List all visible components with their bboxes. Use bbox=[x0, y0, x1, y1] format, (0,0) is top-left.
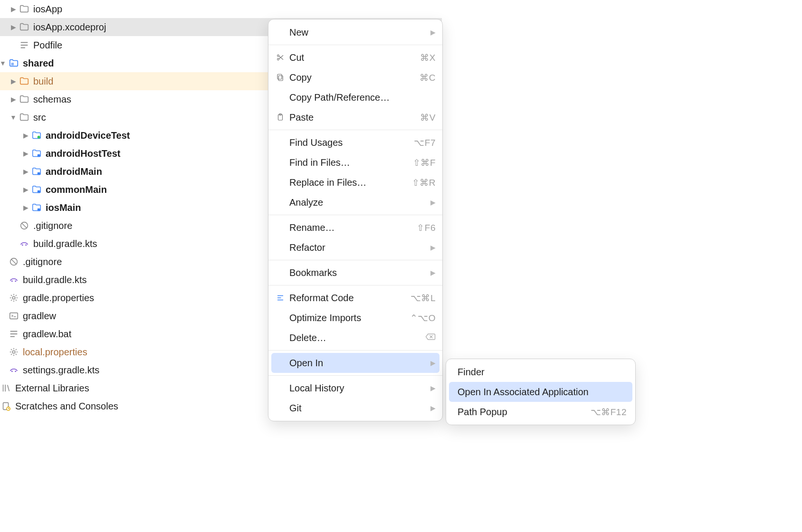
menu-separator bbox=[268, 285, 442, 285]
menu-item-label: Cut bbox=[286, 52, 420, 63]
menu-item-label: Rename… bbox=[286, 222, 417, 233]
tree-item-label: build bbox=[33, 76, 53, 87]
svg-point-10 bbox=[11, 280, 13, 282]
svg-rect-3 bbox=[38, 172, 40, 175]
menu-item-label: Finder bbox=[455, 367, 627, 378]
menu-rename[interactable]: Rename… ⇧F6 bbox=[268, 218, 442, 238]
submenu-arrow-icon: ▶ bbox=[430, 244, 436, 251]
gradle-icon bbox=[9, 275, 19, 285]
tree-item-label: src bbox=[33, 112, 46, 123]
copy-icon bbox=[274, 73, 286, 82]
tree-item-label: androidMain bbox=[46, 166, 102, 177]
menu-new[interactable]: New ▶ bbox=[268, 22, 442, 42]
chevron-right-icon[interactable]: ▶ bbox=[10, 77, 16, 85]
svg-rect-4 bbox=[38, 190, 40, 193]
menu-find-usages[interactable]: Find Usages ⌥F7 bbox=[268, 133, 442, 152]
svg-point-12 bbox=[12, 296, 15, 299]
tree-item-label: iosMain bbox=[46, 202, 81, 213]
chevron-right-icon[interactable]: ▶ bbox=[10, 5, 16, 13]
menu-separator bbox=[268, 215, 442, 215]
menu-local-history[interactable]: Local History ▶ bbox=[268, 378, 442, 398]
svg-rect-2 bbox=[38, 154, 40, 157]
chevron-right-icon[interactable]: ▶ bbox=[23, 150, 29, 157]
menu-item-label: Path Popup bbox=[455, 407, 591, 418]
tree-item-label: local.properties bbox=[23, 347, 87, 358]
tree-item-label: .gitignore bbox=[33, 220, 72, 231]
chevron-down-icon[interactable]: ▼ bbox=[10, 114, 16, 121]
tree-item-label: iosApp bbox=[33, 4, 62, 15]
menu-paste[interactable]: Paste ⌘V bbox=[268, 107, 442, 127]
source-folder-icon bbox=[31, 148, 42, 159]
menu-item-label: Delete… bbox=[286, 332, 425, 343]
menu-shortcut: ⇧⌘F bbox=[413, 157, 436, 168]
tree-item-label: .gitignore bbox=[23, 256, 62, 267]
gear-icon bbox=[9, 293, 19, 303]
svg-point-16 bbox=[15, 370, 16, 372]
module-icon bbox=[9, 58, 19, 68]
menu-copy-path[interactable]: Copy Path/Reference… bbox=[268, 87, 442, 107]
chevron-right-icon[interactable]: ▶ bbox=[10, 23, 16, 31]
menu-shortcut: ⌘V bbox=[420, 112, 436, 123]
menu-separator bbox=[268, 130, 442, 130]
svg-point-15 bbox=[11, 370, 13, 372]
menu-bookmarks[interactable]: Bookmarks ▶ bbox=[268, 263, 442, 283]
tree-item-iosapp[interactable]: ▶ iosApp bbox=[0, 0, 442, 18]
text-file-icon bbox=[9, 329, 19, 339]
chevron-right-icon[interactable]: ▶ bbox=[23, 132, 29, 139]
svg-point-8 bbox=[25, 244, 27, 246]
text-file-icon bbox=[19, 40, 29, 50]
menu-cut[interactable]: Cut ⌘X bbox=[268, 48, 442, 67]
submenu-path-popup[interactable]: Path Popup ⌥⌘F12 bbox=[449, 402, 632, 422]
submenu-finder[interactable]: Finder bbox=[449, 362, 632, 382]
folder-icon bbox=[19, 22, 29, 32]
menu-item-label: Copy bbox=[286, 72, 420, 83]
menu-reformat-code[interactable]: Reformat Code ⌥⌘L bbox=[268, 288, 442, 308]
menu-item-label: New bbox=[286, 27, 428, 38]
menu-analyze[interactable]: Analyze ▶ bbox=[268, 192, 442, 212]
tree-item-label: androidDeviceTest bbox=[46, 130, 130, 141]
scissors-icon bbox=[274, 53, 286, 62]
menu-item-label: Optimize Imports bbox=[286, 313, 410, 323]
menu-item-label: Open In bbox=[286, 358, 428, 369]
menu-open-in[interactable]: Open In ▶ bbox=[271, 353, 439, 373]
source-folder-icon bbox=[31, 184, 42, 195]
chevron-right-icon[interactable]: ▶ bbox=[23, 186, 29, 193]
menu-shortcut: ⇧F6 bbox=[417, 222, 436, 233]
folder-excluded-icon bbox=[19, 76, 29, 86]
menu-optimize-imports[interactable]: Optimize Imports ⌃⌥O bbox=[268, 308, 442, 328]
submenu-open-in-associated[interactable]: Open In Associated Application bbox=[449, 382, 632, 402]
menu-shortcut: ⌥F7 bbox=[414, 137, 436, 148]
scratch-icon bbox=[1, 401, 11, 411]
chevron-right-icon[interactable]: ▶ bbox=[10, 95, 16, 103]
gradle-icon bbox=[9, 365, 19, 375]
gradle-icon bbox=[19, 238, 29, 249]
chevron-right-icon[interactable]: ▶ bbox=[23, 204, 29, 211]
chevron-down-icon[interactable]: ▼ bbox=[0, 59, 6, 67]
submenu-arrow-icon: ▶ bbox=[430, 199, 436, 206]
tree-item-label: iosApp.xcodeproj bbox=[33, 22, 106, 33]
submenu-arrow-icon: ▶ bbox=[430, 359, 436, 367]
menu-item-label: Paste bbox=[286, 112, 420, 123]
svg-rect-13 bbox=[10, 313, 18, 319]
submenu-arrow-icon: ▶ bbox=[430, 28, 436, 36]
submenu-arrow-icon: ▶ bbox=[430, 404, 436, 412]
menu-refactor[interactable]: Refactor ▶ bbox=[268, 238, 442, 257]
menu-copy[interactable]: Copy ⌘C bbox=[268, 67, 442, 87]
chevron-right-icon[interactable]: ▶ bbox=[23, 168, 29, 175]
source-folder-icon bbox=[31, 130, 42, 141]
menu-item-label: Git bbox=[286, 403, 428, 414]
menu-delete[interactable]: Delete… bbox=[268, 328, 442, 348]
gitignore-icon bbox=[19, 220, 29, 231]
menu-git[interactable]: Git ▶ bbox=[268, 398, 442, 418]
editor-area bbox=[442, 0, 802, 532]
menu-find-in-files[interactable]: Find in Files… ⇧⌘F bbox=[268, 152, 442, 172]
source-folder-icon bbox=[31, 202, 42, 213]
menu-shortcut: ⇧⌘R bbox=[412, 177, 436, 188]
menu-shortcut: ⌘X bbox=[420, 52, 436, 63]
menu-replace-in-files[interactable]: Replace in Files… ⇧⌘R bbox=[268, 172, 442, 192]
tree-item-label: External Libraries bbox=[15, 383, 89, 394]
tree-item-label: build.gradle.kts bbox=[23, 275, 87, 285]
terminal-icon bbox=[9, 311, 19, 321]
menu-item-label: Analyze bbox=[286, 197, 428, 208]
menu-separator bbox=[268, 260, 442, 260]
